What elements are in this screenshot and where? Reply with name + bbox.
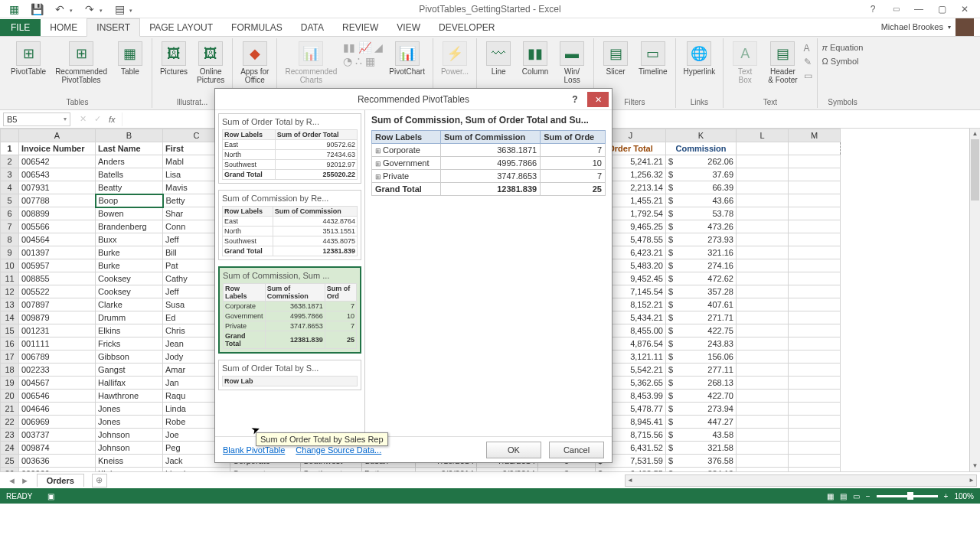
select-all[interactable] [1, 129, 19, 142]
cell[interactable]: $243.83 [666, 337, 737, 350]
row-header[interactable]: 4 [1, 181, 19, 194]
wordart-icon[interactable]: A [804, 43, 812, 54]
pivot-thumb-4[interactable]: Sum of Order Total by S... Row Lab [218, 360, 361, 390]
slicer-button[interactable]: ▤Slicer [599, 40, 632, 77]
cell[interactable] [789, 311, 841, 324]
cell[interactable]: $357.28 [666, 285, 737, 298]
row-header[interactable]: 1 [1, 142, 19, 155]
cell[interactable]: 9/6/2014 [416, 468, 477, 472]
macro-record-icon[interactable]: ▣ [47, 492, 54, 500]
name-box[interactable]: B5▾ [3, 112, 70, 126]
cell[interactable] [789, 285, 841, 298]
cell[interactable]: Invoice Number [19, 142, 96, 155]
cell[interactable] [789, 155, 841, 168]
cell[interactable]: 007788 [19, 194, 96, 207]
horizontal-scrollbar[interactable] [625, 474, 977, 487]
cell[interactable]: Gibbson [96, 350, 163, 364]
recommended-pivottables-button[interactable]: ⊞Recommended PivotTables [52, 40, 110, 86]
cell[interactable]: Jones [96, 416, 163, 429]
cell[interactable]: $422.75 [666, 324, 737, 337]
cell[interactable]: Johnson [96, 429, 163, 442]
col-header[interactable]: M [789, 129, 841, 142]
cell[interactable]: 006546 [19, 390, 96, 403]
row-header[interactable]: 8 [1, 233, 19, 246]
cell[interactable] [737, 298, 789, 311]
sheet-tab-orders[interactable]: Orders [37, 474, 84, 487]
cell[interactable]: $273.94 [666, 403, 737, 416]
row-header[interactable]: 23 [1, 429, 19, 442]
tab-home[interactable]: HOME [41, 19, 87, 36]
cell[interactable] [737, 324, 789, 337]
cell[interactable]: 009879 [19, 311, 96, 324]
cell[interactable]: $268.13 [666, 377, 737, 390]
sparkline-line-button[interactable]: 〰Line [482, 40, 515, 77]
cell[interactable]: $156.06 [666, 350, 737, 364]
cell[interactable] [789, 377, 841, 390]
cell[interactable] [737, 181, 789, 194]
cell[interactable]: 003737 [19, 429, 96, 442]
cancel-button[interactable]: Cancel [549, 442, 604, 458]
add-sheet-button[interactable]: ⊕ [92, 474, 107, 487]
cell[interactable]: $37.69 [666, 168, 737, 181]
cell[interactable] [789, 194, 841, 207]
sigline-icon[interactable]: ✎ [804, 57, 812, 67]
cell[interactable] [737, 429, 789, 442]
pictures-button[interactable]: 🖼Pictures [157, 40, 191, 77]
zoom-level[interactable]: 100% [954, 492, 974, 500]
row-header[interactable]: 22 [1, 416, 19, 429]
cell[interactable] [737, 455, 789, 468]
cell[interactable]: $472.62 [666, 272, 737, 285]
chart-scatter-icon[interactable]: ∴ [355, 55, 362, 67]
cell[interactable] [737, 350, 789, 364]
cell[interactable]: 005957 [19, 259, 96, 272]
cell[interactable]: 006542 [19, 155, 96, 168]
cell[interactable] [737, 311, 789, 324]
power-button[interactable]: ⚡Power... [438, 40, 472, 77]
cell[interactable]: Drumm [96, 311, 163, 324]
cell[interactable] [737, 364, 789, 377]
cell[interactable]: Cooksey [96, 285, 163, 298]
dialog-help-button[interactable]: ? [566, 94, 584, 105]
apps-button[interactable]: ◆Apps for Office [237, 40, 272, 86]
cell[interactable]: $274.16 [666, 259, 737, 272]
cell[interactable]: Hallifax [96, 377, 163, 390]
cell[interactable] [789, 298, 841, 311]
textbox-button[interactable]: AText Box [728, 40, 762, 86]
cell[interactable]: Lloyd [163, 468, 230, 472]
cell[interactable] [737, 416, 789, 429]
cell[interactable] [789, 390, 841, 403]
row-header[interactable]: 20 [1, 390, 19, 403]
cell[interactable] [789, 403, 841, 416]
cell[interactable]: Anders [96, 155, 163, 168]
cell[interactable] [789, 259, 841, 272]
cell[interactable]: Klein [96, 468, 163, 472]
close-icon[interactable]: ✕ [954, 2, 975, 17]
tab-insert[interactable]: INSERT [87, 18, 140, 37]
dialog-close-button[interactable]: ✕ [587, 92, 609, 107]
cell[interactable]: $321.58 [666, 442, 737, 455]
row-header[interactable]: 16 [1, 337, 19, 350]
row-header[interactable]: 24 [1, 442, 19, 455]
cell[interactable]: 004564 [19, 233, 96, 246]
pivot-thumb-1[interactable]: Sum of Order Total by R... Row LabelsSum… [218, 113, 361, 184]
cell[interactable] [789, 468, 841, 472]
row-header[interactable]: 21 [1, 403, 19, 416]
chart-line-icon[interactable]: 📈 [358, 41, 371, 54]
cell[interactable] [789, 364, 841, 377]
chart-bar-icon[interactable]: ▮▮ [343, 41, 355, 54]
cell[interactable]: Burke [96, 259, 163, 272]
row-header[interactable]: 18 [1, 364, 19, 377]
recommended-charts-button[interactable]: 📊Recommended Charts [282, 40, 340, 86]
cell[interactable] [789, 337, 841, 350]
cell[interactable]: Cooksey [96, 272, 163, 285]
cell[interactable]: 008855 [19, 272, 96, 285]
row-header[interactable]: 13 [1, 298, 19, 311]
undo-icon[interactable]: ↶ [54, 3, 66, 15]
sheet-nav-next[interactable]: ► [21, 476, 29, 485]
cell[interactable] [737, 403, 789, 416]
cell[interactable]: $447.27 [666, 416, 737, 429]
tab-page-layout[interactable]: PAGE LAYOUT [140, 19, 222, 36]
cell[interactable]: Last Name [96, 142, 163, 155]
redo-icon[interactable]: ↷ [83, 3, 96, 15]
account-avatar[interactable] [956, 18, 974, 36]
